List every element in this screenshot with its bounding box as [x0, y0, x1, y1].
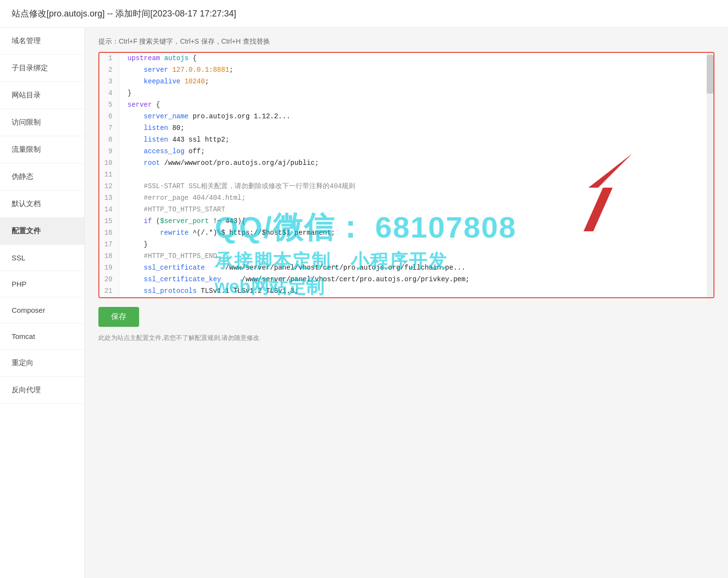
line-num-20: 20 [99, 274, 120, 286]
line-num-19: 19 [99, 262, 120, 274]
content-area: 提示：Ctrl+F 搜索关键字，Ctrl+S 保存，Ctrl+H 查找替换 1 … [85, 28, 728, 578]
line-code-11 [120, 169, 713, 181]
sidebar-item-redirect[interactable]: 重定向 [0, 350, 84, 377]
line-num-2: 2 [99, 64, 120, 76]
line-code-7: listen 80; [120, 123, 713, 134]
code-line-9: 9 access_log off; [99, 146, 713, 158]
line-code-2: server 127.0.0.1:8881; [120, 64, 713, 76]
line-num-1: 1 [99, 53, 120, 64]
sidebar-item-reverse[interactable]: 反向代理 [0, 377, 84, 404]
code-line-7: 7 listen 80; [99, 123, 713, 134]
line-code-15: if ($server_port !~ 443){ [120, 216, 713, 227]
line-code-5: server { [120, 99, 713, 111]
line-num-11: 11 [99, 169, 120, 181]
code-line-10: 10 root /www/wwwroot/pro.autojs.org/aj/p… [99, 158, 713, 169]
line-code-18: #HTTP_TO_HTTPS_END [120, 251, 713, 262]
line-code-12: #SSL-START SSL相关配置，请勿删除或修改下一行带注释的404规则 [120, 181, 713, 193]
sidebar-item-domain[interactable]: 域名管理 [0, 28, 84, 55]
code-line-13: 13 #error_page 404/404.html; [99, 193, 713, 204]
line-code-4: } [120, 88, 713, 99]
line-num-21: 21 [99, 286, 120, 297]
sidebar-item-sitedir[interactable]: 网站目录 [0, 82, 84, 109]
line-code-10: root /www/wwwroot/pro.autojs.org/aj/publ… [120, 158, 713, 169]
line-code-8: listen 443 ssl http2; [120, 134, 713, 146]
code-line-4: 4 } [99, 88, 713, 99]
code-editor-wrapper: 1 upstream autojs { 2 server 127.0.0.1:8… [98, 52, 714, 298]
line-code-3: keepalive 10240; [120, 76, 713, 88]
line-code-14: #HTTP_TO_HTTPS_START [120, 204, 713, 216]
code-editor[interactable]: 1 upstream autojs { 2 server 127.0.0.1:8… [99, 53, 713, 297]
sidebar-item-composer[interactable]: Composer [0, 297, 84, 323]
line-num-10: 10 [99, 158, 120, 169]
line-num-6: 6 [99, 111, 120, 123]
line-num-4: 4 [99, 88, 120, 99]
line-num-8: 8 [99, 134, 120, 146]
sidebar-item-tomcat[interactable]: Tomcat [0, 323, 84, 350]
line-num-7: 7 [99, 123, 120, 134]
code-line-14: 14 #HTTP_TO_HTTPS_START [99, 204, 713, 216]
code-line-18: 18 #HTTP_TO_HTTPS_END [99, 251, 713, 262]
save-btn-area: 保存 [98, 307, 714, 327]
line-code-19: ssl_certificate /www/server/panel/vhost/… [120, 262, 713, 274]
sidebar-item-defaultdoc[interactable]: 默认文档 [0, 191, 84, 218]
line-num-13: 13 [99, 193, 120, 204]
sidebar-item-pseudo[interactable]: 伪静态 [0, 163, 84, 191]
code-line-3: 3 keepalive 10240; [99, 76, 713, 88]
sidebar-item-ssl[interactable]: SSL [0, 245, 84, 271]
line-code-1: upstream autojs { [120, 53, 713, 64]
save-button[interactable]: 保存 [98, 307, 139, 327]
line-code-16: rewrite ^(/.*)\$ https://$host$1 permane… [120, 227, 713, 239]
sidebar-item-subdir[interactable]: 子目录绑定 [0, 55, 84, 82]
editor-hint: 提示：Ctrl+F 搜索关键字，Ctrl+S 保存，Ctrl+H 查找替换 [98, 37, 714, 46]
code-line-15: 15 if ($server_port !~ 443){ [99, 216, 713, 227]
line-num-12: 12 [99, 181, 120, 193]
code-line-8: 8 listen 443 ssl http2; [99, 134, 713, 146]
line-num-15: 15 [99, 216, 120, 227]
line-num-5: 5 [99, 99, 120, 111]
line-num-18: 18 [99, 251, 120, 262]
line-code-21: ssl_protocols TLSv1.1 TLSv1.2 TLSv1.3; [120, 286, 713, 297]
code-line-6: 6 server_name pro.autojs.org 1.12.2... [99, 111, 713, 123]
footer-hint: 此处为站点主配置文件,若您不了解配置规则,请勿随意修改. [98, 334, 714, 342]
line-num-17: 17 [99, 239, 120, 251]
line-num-14: 14 [99, 204, 120, 216]
sidebar-item-access[interactable]: 访问限制 [0, 109, 84, 136]
scrollbar-thumb[interactable] [707, 55, 713, 94]
code-line-12: 12 #SSL-START SSL相关配置，请勿删除或修改下一行带注释的404规… [99, 181, 713, 193]
page-title: 站点修改[pro.autojs.org] -- 添加时间[2023-08-17 … [0, 0, 728, 28]
line-num-3: 3 [99, 76, 120, 88]
sidebar-item-config[interactable]: 配置文件 [0, 218, 84, 245]
code-line-11: 11 [99, 169, 713, 181]
line-code-13: #error_page 404/404.html; [120, 193, 713, 204]
code-line-1: 1 upstream autojs { [99, 53, 713, 64]
sidebar: 域名管理 子目录绑定 网站目录 访问限制 流量限制 伪静态 默认文档 配置文件 … [0, 28, 85, 578]
code-line-2: 2 server 127.0.0.1:8881; [99, 64, 713, 76]
line-code-20: ssl_certificate_key /www/server/panel/vh… [120, 274, 713, 286]
line-num-16: 16 [99, 227, 120, 239]
code-line-17: 17 } [99, 239, 713, 251]
line-code-9: access_log off; [120, 146, 713, 158]
code-line-19: 19 ssl_certificate /www/server/panel/vho… [99, 262, 713, 274]
line-code-17: } [120, 239, 713, 251]
main-layout: 域名管理 子目录绑定 网站目录 访问限制 流量限制 伪静态 默认文档 配置文件 … [0, 28, 728, 578]
scrollbar-track[interactable] [707, 53, 713, 297]
code-line-16: 16 rewrite ^(/.*)\$ https://$host$1 perm… [99, 227, 713, 239]
sidebar-item-traffic[interactable]: 流量限制 [0, 136, 84, 163]
code-line-20: 20 ssl_certificate_key /www/server/panel… [99, 274, 713, 286]
code-line-21: 21 ssl_protocols TLSv1.1 TLSv1.2 TLSv1.3… [99, 286, 713, 297]
code-line-5: 5 server { [99, 99, 713, 111]
sidebar-item-php[interactable]: PHP [0, 271, 84, 297]
line-code-6: server_name pro.autojs.org 1.12.2... [120, 111, 713, 123]
line-num-9: 9 [99, 146, 120, 158]
